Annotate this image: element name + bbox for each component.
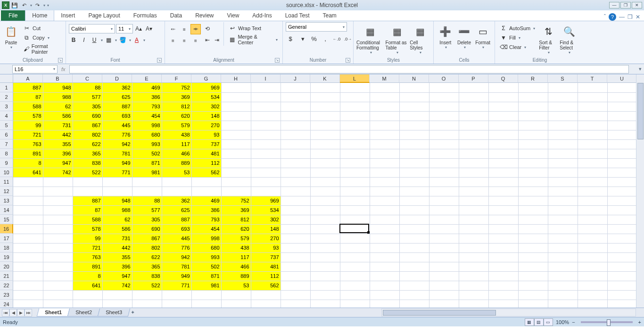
cell[interactable] xyxy=(548,102,578,111)
cell[interactable]: 871 xyxy=(132,158,162,168)
cell[interactable] xyxy=(518,243,548,252)
cell[interactable] xyxy=(370,130,399,139)
cell[interactable] xyxy=(607,149,637,158)
cell[interactable] xyxy=(518,187,548,196)
cell[interactable] xyxy=(251,187,281,196)
cell[interactable] xyxy=(310,300,340,308)
alignment-launcher-icon[interactable]: ↘ xyxy=(275,58,280,63)
cell[interactable] xyxy=(310,102,340,111)
cell[interactable] xyxy=(370,168,399,177)
cell[interactable] xyxy=(429,149,459,158)
cell[interactable] xyxy=(340,234,370,243)
increase-decimal-button[interactable]: ←.0 xyxy=(332,37,341,41)
row-header[interactable]: 22 xyxy=(0,281,13,290)
cell[interactable] xyxy=(43,196,73,205)
cell[interactable] xyxy=(399,139,429,149)
align-bottom-button[interactable]: ⬲ xyxy=(190,24,201,34)
cell[interactable] xyxy=(488,177,518,187)
column-header[interactable]: S xyxy=(548,74,578,83)
cell[interactable] xyxy=(340,111,370,121)
qat-customize-icon[interactable]: ▾ xyxy=(47,3,49,8)
underline-button[interactable]: U xyxy=(90,35,99,45)
tab-add-ins[interactable]: Add-Ins xyxy=(246,10,278,21)
cell[interactable]: 562 xyxy=(191,168,221,177)
cell[interactable] xyxy=(370,205,399,215)
cell[interactable] xyxy=(548,168,578,177)
cell[interactable] xyxy=(607,234,637,243)
cell[interactable] xyxy=(429,187,459,196)
cell[interactable] xyxy=(399,130,429,139)
cell[interactable] xyxy=(281,271,310,281)
save-icon[interactable]: 💾 xyxy=(10,1,19,9)
cell[interactable] xyxy=(310,234,340,243)
cell[interactable] xyxy=(399,234,429,243)
redo-icon[interactable]: ↷ xyxy=(33,1,41,9)
cell[interactable]: 752 xyxy=(221,196,251,205)
cell[interactable] xyxy=(607,177,637,187)
cell[interactable] xyxy=(518,177,548,187)
cell[interactable] xyxy=(43,252,73,262)
cell[interactable] xyxy=(429,139,459,149)
cell[interactable] xyxy=(370,187,399,196)
cell[interactable] xyxy=(459,300,488,308)
cell[interactable] xyxy=(13,281,43,290)
cell[interactable] xyxy=(310,262,340,271)
cell[interactable] xyxy=(191,177,221,187)
cell[interactable] xyxy=(548,139,578,149)
cell[interactable] xyxy=(251,83,281,92)
cell[interactable] xyxy=(399,215,429,224)
cell[interactable]: 93 xyxy=(251,243,281,252)
zoom-slider[interactable] xyxy=(581,321,633,323)
column-header[interactable]: U xyxy=(607,74,637,83)
cell[interactable] xyxy=(399,271,429,281)
cell[interactable] xyxy=(459,130,488,139)
cell[interactable] xyxy=(310,130,340,139)
cell[interactable] xyxy=(548,83,578,92)
cell[interactable] xyxy=(607,196,637,205)
cell[interactable] xyxy=(518,149,548,158)
cell[interactable] xyxy=(399,252,429,262)
cell[interactable] xyxy=(518,92,548,102)
cell[interactable] xyxy=(429,243,459,252)
cell[interactable]: 752 xyxy=(162,83,191,92)
cell[interactable]: 690 xyxy=(132,224,162,234)
cell[interactable] xyxy=(399,158,429,168)
autosum-button[interactable]: ΣAutoSum▾ xyxy=(498,24,537,32)
cell[interactable]: 62 xyxy=(43,102,73,111)
cell[interactable]: 355 xyxy=(43,139,73,149)
cell[interactable]: 362 xyxy=(162,196,191,205)
cell[interactable] xyxy=(518,121,548,130)
increase-indent-button[interactable]: ⇥ xyxy=(212,35,222,45)
row-header[interactable]: 18 xyxy=(0,243,13,252)
cell[interactable] xyxy=(370,149,399,158)
column-header[interactable]: B xyxy=(43,74,73,83)
cell[interactable] xyxy=(429,205,459,215)
cell[interactable] xyxy=(578,111,607,121)
cell[interactable]: 579 xyxy=(162,121,191,130)
cell[interactable] xyxy=(429,224,459,234)
cell[interactable] xyxy=(251,92,281,102)
cell[interactable]: 438 xyxy=(221,243,251,252)
cell[interactable] xyxy=(221,300,251,308)
cell[interactable] xyxy=(488,187,518,196)
cell[interactable] xyxy=(399,281,429,290)
tab-load-test[interactable]: Load Test xyxy=(279,10,316,21)
cell[interactable] xyxy=(578,177,607,187)
cell[interactable] xyxy=(578,102,607,111)
row-header[interactable]: 14 xyxy=(0,205,13,215)
tab-data[interactable]: Data xyxy=(164,10,189,21)
cell[interactable] xyxy=(518,196,548,205)
spreadsheet-grid[interactable]: ABCDEFGHIJKLMNOPQRSTU 123456789101112131… xyxy=(0,74,644,308)
cell[interactable]: 731 xyxy=(102,234,132,243)
cell[interactable] xyxy=(281,262,310,271)
font-size-combo[interactable]: 11▾ xyxy=(116,24,133,33)
cell[interactable] xyxy=(548,300,578,308)
cell[interactable] xyxy=(607,92,637,102)
cell[interactable] xyxy=(310,281,340,290)
cell[interactable] xyxy=(310,196,340,205)
horizontal-scrollbar[interactable] xyxy=(381,309,636,317)
cell[interactable] xyxy=(370,290,399,300)
cell[interactable] xyxy=(459,149,488,158)
cell[interactable] xyxy=(488,130,518,139)
cell[interactable] xyxy=(429,111,459,121)
